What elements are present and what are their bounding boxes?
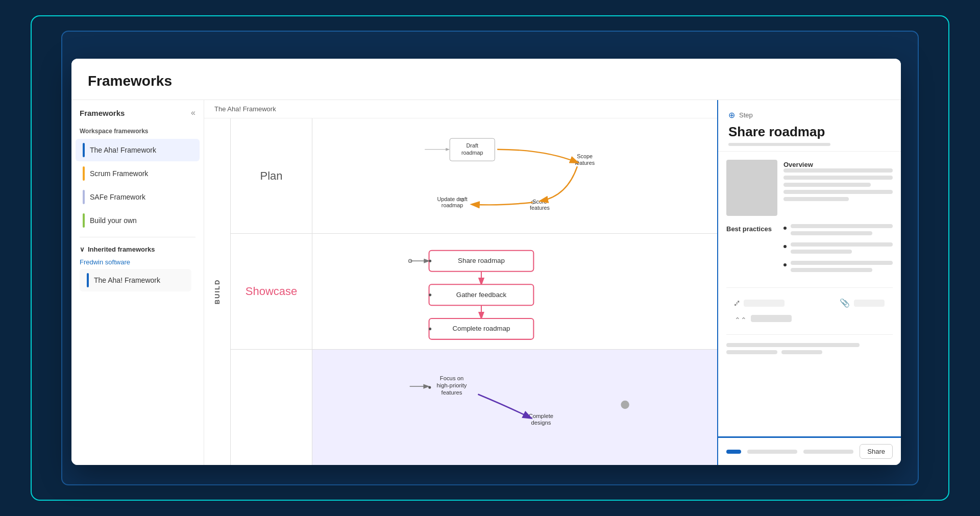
body: Frameworks « Workspace frameworks The Ah… (71, 100, 901, 465)
framework-canvas[interactable]: BUILD Plan (204, 118, 717, 465)
bullet-1 (783, 227, 787, 230)
svg-text:features: features (442, 389, 462, 396)
showcase-label-cell: Showcase (231, 234, 312, 349)
bottom-diagram: Focus on high-priority features Complete… (312, 350, 717, 465)
safe-framework-label: SAFe Framework (90, 193, 145, 201)
best-practices-content (783, 224, 893, 279)
panel-divider-2 (726, 334, 893, 335)
sidebar-item-aha-framework[interactable]: The Aha! Framework (76, 139, 200, 161)
sidebar-item-safe-framework[interactable]: SAFe Framework (76, 186, 200, 208)
panel-header: ⊕ Step Share roadmap (718, 100, 901, 152)
extra-line-3 (781, 350, 822, 354)
bp-lines-3 (791, 261, 893, 275)
bullet-3 (783, 263, 787, 266)
header: Frameworks (71, 59, 901, 100)
showcase-row: Showcase Share roadmap (231, 234, 717, 349)
showcase-content: Share roadmap Gather feedback (312, 234, 717, 349)
sidebar-item-scrum-framework[interactable]: Scrum Framework (76, 162, 200, 185)
bottom-label-cell (231, 350, 312, 465)
collapse-button[interactable]: « (191, 108, 195, 117)
panel-subtitle-line (728, 143, 830, 146)
bottom-row: Focus on high-priority features Complete… (231, 350, 717, 465)
svg-point-21 (429, 294, 431, 297)
bp-line-3b (791, 268, 872, 272)
plan-label-cell: Plan (231, 118, 312, 233)
collapse-placeholder (751, 315, 792, 322)
collapse-icon[interactable]: ⌃⌃ (734, 316, 747, 324)
aha-color-indicator (83, 143, 85, 157)
extra-line-1 (726, 343, 860, 347)
svg-text:features: features (575, 160, 595, 166)
svg-point-17 (429, 260, 431, 262)
attachment-icon[interactable]: 📎 (840, 298, 850, 308)
best-practices-spacer: Best practices (726, 224, 777, 279)
svg-text:Gather feedback: Gather feedback (456, 291, 507, 299)
sidebar-item-build-own[interactable]: Build your own (76, 209, 200, 232)
panel-title: Share roadmap (728, 124, 891, 140)
overview-label: Overview (783, 160, 835, 168)
bp-line-3a (791, 261, 893, 265)
inherited-section-label: Inherited frameworks (88, 245, 155, 253)
bp-lines-2 (791, 242, 893, 257)
best-practice-item-3 (783, 261, 893, 275)
panel-divider-1 (726, 287, 893, 288)
svg-text:designs: designs (531, 420, 551, 426)
showcase-label: Showcase (246, 285, 298, 298)
share-button[interactable]: Share (860, 444, 893, 459)
overview-content: Overview (783, 160, 893, 216)
svg-text:Focus on: Focus on (440, 375, 463, 381)
connections-label (744, 300, 785, 307)
sidebar-item-inherited-aha[interactable]: The Aha! Framework (80, 269, 191, 291)
page-title: Frameworks (88, 73, 885, 89)
best-practices-section: Best practices (726, 224, 893, 279)
bp-lines-1 (791, 224, 893, 238)
workspace-section-label: Workspace frameworks (71, 124, 204, 138)
svg-point-30 (428, 386, 431, 388)
connections-icon[interactable]: ⑇ (734, 299, 740, 308)
build-label: BUILD (213, 279, 221, 305)
fredwin-software-link[interactable]: Fredwin software (71, 256, 204, 268)
collapse-row[interactable]: ⌃⌃ (726, 312, 893, 328)
inherited-aha-color-indicator (87, 273, 89, 287)
best-practice-item-1 (783, 224, 893, 238)
overview-line-3 (783, 183, 871, 187)
svg-text:features: features (530, 205, 550, 211)
extra-line-2 (726, 350, 777, 354)
scrum-color-indicator (83, 166, 85, 181)
overview-thumbnail (726, 160, 777, 216)
build-column: BUILD (204, 118, 231, 465)
svg-text:high-priority: high-priority (437, 382, 467, 388)
scrum-framework-label: Scrum Framework (90, 169, 148, 178)
bp-line-1b (791, 231, 872, 235)
build-own-color-indicator (83, 213, 85, 228)
step-icon: ⊕ (728, 110, 735, 120)
best-practice-item-2 (783, 242, 893, 257)
sidebar-divider (80, 237, 195, 237)
svg-text:Update draft: Update draft (437, 196, 467, 202)
aha-framework-label: The Aha! Framework (90, 146, 156, 154)
sidebar-title: Frameworks (80, 109, 125, 117)
panel-step-label: ⊕ Step (728, 110, 891, 120)
overview-line-5 (783, 197, 849, 201)
showcase-diagram: Share roadmap Gather feedback (312, 234, 717, 349)
svg-text:Complete roadmap: Complete roadmap (452, 325, 510, 333)
inherited-section-header[interactable]: ∨ Inherited frameworks (71, 242, 204, 256)
main-window: Frameworks Frameworks « Workspace framew… (71, 59, 901, 465)
overview-line-4 (783, 190, 893, 194)
svg-text:Score: Score (532, 199, 547, 205)
panel-actions[interactable]: ⑇ 📎 (726, 294, 893, 312)
svg-text:Scope: Scope (577, 153, 593, 159)
canvas-layout: BUILD Plan (204, 118, 717, 465)
right-panel: ⊕ Step Share roadmap Overview (717, 100, 901, 465)
plan-label: Plan (260, 169, 282, 183)
svg-point-33 (621, 400, 629, 408)
safe-color-indicator (83, 190, 85, 204)
progress-bar-1 (747, 450, 797, 454)
plan-diagram: Draft roadmap Scope features Upda (312, 118, 717, 233)
bullet-2 (783, 245, 787, 248)
canvas-main: Plan Draft roadmap (231, 118, 717, 465)
inherited-aha-label: The Aha! Framework (94, 276, 160, 284)
bp-line-1a (791, 224, 893, 228)
overview-line-2 (783, 176, 893, 180)
svg-point-25 (429, 328, 431, 330)
